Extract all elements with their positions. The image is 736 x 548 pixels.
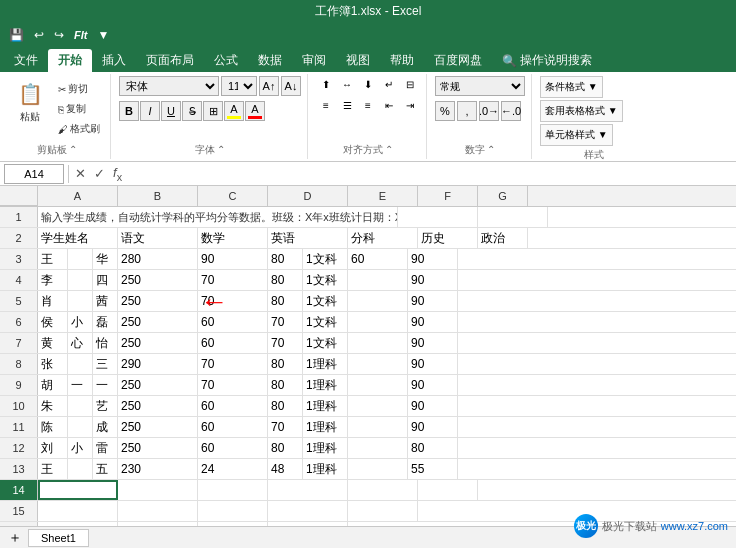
row-header-1[interactable]: 1 xyxy=(0,207,38,227)
row-header-4[interactable]: 4 xyxy=(0,270,38,290)
cell-d12[interactable]: 80 xyxy=(268,438,303,458)
cell-f8[interactable] xyxy=(348,354,408,374)
cell-g6[interactable]: 90 xyxy=(408,312,458,332)
cell-a10c[interactable]: 艺 xyxy=(93,396,118,416)
cell-a8b[interactable] xyxy=(68,354,93,374)
cell-a3b[interactable] xyxy=(68,249,93,269)
cell-f7[interactable] xyxy=(348,333,408,353)
cell-g4[interactable]: 90 xyxy=(408,270,458,290)
undo-btn[interactable]: ↩ xyxy=(31,26,47,44)
cell-a6[interactable]: 侯 xyxy=(38,312,68,332)
cell-b4[interactable]: 250 xyxy=(118,270,198,290)
cell-c3[interactable]: 90 xyxy=(198,249,268,269)
italic-button[interactable]: I xyxy=(140,101,160,121)
col-header-g[interactable]: G xyxy=(478,186,528,206)
cell-c6[interactable]: 60 xyxy=(198,312,268,332)
align-bottom-btn[interactable]: ⬇ xyxy=(358,76,378,92)
cell-a11b[interactable] xyxy=(68,417,93,437)
cell-a11[interactable]: 陈 xyxy=(38,417,68,437)
cell-a10b[interactable] xyxy=(68,396,93,416)
cell-d3[interactable]: 80 xyxy=(268,249,303,269)
row-header-5[interactable]: 5 xyxy=(0,291,38,311)
row-header-3[interactable]: 3 xyxy=(0,249,38,269)
fit-btn[interactable]: FIt xyxy=(71,27,90,43)
confirm-formula-icon[interactable]: ✓ xyxy=(92,166,107,181)
cell-e2[interactable]: 分科 xyxy=(348,228,418,248)
cell-a4b[interactable] xyxy=(68,270,93,290)
cell-c5[interactable]: 70 xyxy=(198,291,268,311)
cell-d5[interactable]: 80 xyxy=(268,291,303,311)
insert-function-icon[interactable]: fx xyxy=(111,165,124,183)
tab-file[interactable]: 文件 xyxy=(4,49,48,72)
cell-e3[interactable]: 1文科 xyxy=(303,249,348,269)
col-header-d[interactable]: D xyxy=(268,186,348,206)
cell-d14[interactable] xyxy=(268,480,348,500)
cell-a5[interactable]: 肖 xyxy=(38,291,68,311)
cell-c1[interactable] xyxy=(478,207,548,227)
cell-e5[interactable]: 1文科 xyxy=(303,291,348,311)
cell-a12c[interactable]: 雷 xyxy=(93,438,118,458)
increase-font-btn[interactable]: A↑ xyxy=(259,76,279,96)
row-header-12[interactable]: 12 xyxy=(0,438,38,458)
cell-reference-box[interactable] xyxy=(4,164,64,184)
cell-b15[interactable] xyxy=(118,501,198,521)
row-header-6[interactable]: 6 xyxy=(0,312,38,332)
row-header-11[interactable]: 11 xyxy=(0,417,38,437)
cell-a3[interactable]: 王 xyxy=(38,249,68,269)
cell-d13[interactable]: 48 xyxy=(268,459,303,479)
cell-g10[interactable]: 90 xyxy=(408,396,458,416)
cell-a7c[interactable]: 怡 xyxy=(93,333,118,353)
cell-a2[interactable]: 学生姓名 xyxy=(38,228,118,248)
col-header-c[interactable]: C xyxy=(198,186,268,206)
cell-a12b[interactable]: 小 xyxy=(68,438,93,458)
conditional-format-button[interactable]: 条件格式 ▼ xyxy=(540,76,603,98)
cell-c7[interactable]: 60 xyxy=(198,333,268,353)
cell-b8[interactable]: 290 xyxy=(118,354,198,374)
cell-b10[interactable]: 250 xyxy=(118,396,198,416)
cell-e9[interactable]: 1理科 xyxy=(303,375,348,395)
cell-a9b[interactable]: 一 xyxy=(68,375,93,395)
cell-c4[interactable]: 70 xyxy=(198,270,268,290)
cell-e10[interactable]: 1理科 xyxy=(303,396,348,416)
cell-a12[interactable]: 刘 xyxy=(38,438,68,458)
formula-input[interactable] xyxy=(128,164,732,184)
cell-a6c[interactable]: 磊 xyxy=(93,312,118,332)
cell-e15[interactable] xyxy=(348,501,418,521)
tab-baidu[interactable]: 百度网盘 xyxy=(424,49,492,72)
cell-f11[interactable] xyxy=(348,417,408,437)
number-format-select[interactable]: 常规 xyxy=(435,76,525,96)
font-name-select[interactable]: 宋体 xyxy=(119,76,219,96)
cell-b11[interactable]: 250 xyxy=(118,417,198,437)
cell-a4c[interactable]: 四 xyxy=(93,270,118,290)
cell-f3[interactable]: 60 xyxy=(348,249,408,269)
tab-page-layout[interactable]: 页面布局 xyxy=(136,49,204,72)
cell-c13[interactable]: 24 xyxy=(198,459,268,479)
cell-f5[interactable] xyxy=(348,291,408,311)
row-header-7[interactable]: 7 xyxy=(0,333,38,353)
decrease-decimal-btn[interactable]: ←.0 xyxy=(501,101,521,121)
cell-a10[interactable]: 朱 xyxy=(38,396,68,416)
cell-a14[interactable] xyxy=(38,480,118,500)
cell-a13[interactable]: 王 xyxy=(38,459,68,479)
fill-color-button[interactable]: A xyxy=(224,101,244,121)
col-header-e[interactable]: E xyxy=(348,186,418,206)
cut-button[interactable]: ✂ 剪切 xyxy=(54,80,104,98)
cell-e4[interactable]: 1文科 xyxy=(303,270,348,290)
cell-g13[interactable]: 55 xyxy=(408,459,458,479)
cell-a13c[interactable]: 五 xyxy=(93,459,118,479)
cell-f13[interactable] xyxy=(348,459,408,479)
cell-e11[interactable]: 1理科 xyxy=(303,417,348,437)
wrap-text-btn[interactable]: ↵ xyxy=(379,76,399,92)
cell-b5[interactable]: 250 xyxy=(118,291,198,311)
increase-decimal-btn[interactable]: .0→ xyxy=(479,101,499,121)
col-header-a[interactable]: A xyxy=(38,186,118,206)
cell-b2[interactable]: 语文 xyxy=(118,228,198,248)
row-header-13[interactable]: 13 xyxy=(0,459,38,479)
font-color-button[interactable]: A xyxy=(245,101,265,121)
cell-g7[interactable]: 90 xyxy=(408,333,458,353)
merge-btn[interactable]: ⊟ xyxy=(400,76,420,92)
cell-c10[interactable]: 60 xyxy=(198,396,268,416)
bold-button[interactable]: B xyxy=(119,101,139,121)
format-painter-button[interactable]: 🖌 格式刷 xyxy=(54,120,104,138)
cell-a4[interactable]: 李 xyxy=(38,270,68,290)
